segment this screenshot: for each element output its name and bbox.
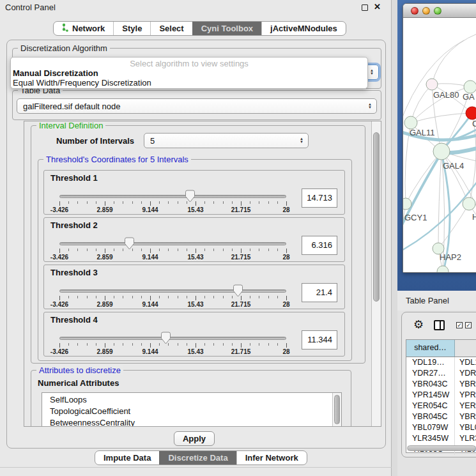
cell-shared-name[interactable]: YLR345W	[406, 433, 455, 444]
table-horizontal-scrollbar[interactable]	[407, 445, 476, 451]
slider-thumb[interactable]	[125, 237, 134, 250]
threshold-value-field[interactable]: 11.344	[302, 330, 337, 349]
top-tab-strip: NetworkStyleSelectCyni ToolboxjActiveMNo…	[53, 21, 346, 36]
network-node[interactable]	[463, 197, 475, 210]
network-node[interactable]	[426, 79, 438, 90]
cell-shared-name[interactable]: YPR145W	[406, 390, 455, 401]
combo-stepper-icon[interactable]: ▲▼	[370, 65, 374, 79]
table-row[interactable]: YBL079WYBL0	[406, 422, 476, 433]
network-node[interactable]	[437, 266, 449, 273]
split-column-icon[interactable]	[434, 320, 445, 330]
slider-tick-label: -3.426	[45, 301, 74, 308]
table-row[interactable]: YBR045CYBR0	[406, 411, 476, 422]
slider-tick-label: -3.426	[45, 206, 74, 213]
float-window-icon[interactable]	[362, 4, 368, 11]
network-canvas-svg[interactable]: GAL80GACGAL11GAL4GCY1HHAP2	[403, 18, 476, 273]
slider-track[interactable]	[59, 289, 286, 293]
slider-thumb[interactable]	[185, 190, 195, 203]
network-node[interactable]	[404, 116, 417, 129]
threshold-label: Threshold 4	[50, 315, 98, 325]
list-item[interactable]: BetweennessCentrality	[42, 417, 341, 427]
table-row[interactable]: YPR145WYPR1	[406, 390, 476, 401]
list-item[interactable]: TopologicalCoefficient	[42, 406, 341, 417]
tab-style[interactable]: Style	[113, 22, 150, 35]
network-node[interactable]	[464, 81, 476, 93]
cell-name[interactable]: YLR3	[455, 433, 476, 444]
network-node[interactable]	[433, 143, 450, 160]
gear-icon[interactable]: ⚙	[413, 318, 424, 332]
control-panel-title: Control Panel	[5, 3, 56, 12]
numerical-attributes-list[interactable]: SelfLoopsTopologicalCoefficientBetweenne…	[42, 392, 342, 427]
cell-shared-name[interactable]: YDL19…	[406, 357, 455, 368]
number-of-intervals-label: Number of Intervals	[56, 136, 134, 146]
cell-name[interactable]: YER0	[455, 401, 476, 411]
slider-tick-label: 9.144	[135, 348, 165, 355]
close-traffic-light-icon[interactable]	[411, 7, 418, 15]
table-row[interactable]: YLR345WYLR3	[406, 433, 476, 444]
combo-stepper-icon[interactable]: ▲▼	[300, 134, 303, 148]
attributes-group-title: Attributes to discretize	[36, 365, 123, 375]
column-header-shared[interactable]: shared…	[406, 340, 455, 357]
interval-definition-title: Interval Definition	[36, 121, 105, 130]
table-row[interactable]: YDL19…YDL1	[406, 357, 476, 368]
number-of-intervals-combobox[interactable]: 5 ▲▼	[144, 133, 309, 148]
list-vertical-scrollbar[interactable]	[332, 393, 341, 427]
slider-tick-label: 21.715	[226, 206, 256, 213]
dropdown-option[interactable]: Manual Discretization	[11, 68, 367, 78]
settings-vertical-scrollbar[interactable]	[371, 121, 381, 426]
cell-name[interactable]: YBL0	[455, 422, 476, 433]
cell-name[interactable]: YBR0	[455, 411, 476, 422]
tab-network[interactable]: Network	[54, 22, 113, 35]
threshold-box: Threshold 3-3.4262.8599.14415.4321.71528…	[43, 265, 345, 309]
threshold-value-field[interactable]: 14.713	[302, 188, 337, 208]
column-header-name[interactable]: na	[455, 340, 476, 357]
list-item[interactable]: SelfLoops	[42, 394, 341, 406]
threshold-value-field[interactable]: 21.4	[302, 283, 337, 302]
checkbox-checked-icon[interactable]: ✓	[456, 322, 463, 328]
dropdown-option[interactable]: Equal Width/Frequency Discretization	[11, 78, 367, 88]
network-canvas[interactable]: GAL80GACGAL11GAL4GCY1HHAP2	[403, 18, 476, 273]
tab-impute-data[interactable]: Impute Data	[95, 451, 159, 464]
cell-name[interactable]: YDR2	[455, 368, 476, 379]
checkbox-checked-icon[interactable]: ✓	[465, 322, 472, 328]
slider-track[interactable]	[59, 337, 286, 340]
network-window-titlebar[interactable]	[403, 4, 476, 18]
tab-infer-network[interactable]: Infer Network	[236, 451, 307, 464]
slider-track[interactable]	[59, 195, 286, 198]
table-row[interactable]: YER054CYER0	[406, 401, 476, 411]
cell-name[interactable]: YPR1	[455, 390, 476, 401]
table-row[interactable]: YBR043CYBR0	[406, 379, 476, 390]
table-row[interactable]: YDR27…YDR2	[406, 368, 476, 379]
cell-shared-name[interactable]: YER054C	[406, 401, 455, 411]
cell-name[interactable]: YDL1	[455, 357, 476, 368]
minimize-traffic-light-icon[interactable]	[422, 7, 430, 15]
tab-discretize-data[interactable]: Discretize Data	[159, 451, 236, 464]
close-icon[interactable]: ✕	[374, 2, 381, 12]
cell-name[interactable]: YBR0	[455, 379, 476, 390]
slider-tick-label: -3.426	[45, 254, 74, 261]
slider-thumb[interactable]	[233, 284, 243, 297]
cell-shared-name[interactable]: YBL079W	[406, 422, 455, 433]
tab-select[interactable]: Select	[150, 22, 192, 35]
tab-jactivemnodules[interactable]: jActiveMNodules	[261, 22, 346, 35]
zoom-traffic-light-icon[interactable]	[434, 7, 441, 15]
slider-tick-label: -3.426	[45, 348, 74, 355]
network-edge	[432, 29, 476, 84]
scrollbar-thumb[interactable]	[373, 132, 380, 302]
combo-stepper-icon[interactable]: ▲▼	[368, 99, 372, 113]
table-data-combobox[interactable]: galFiltered.sif default node ▲▼	[17, 98, 377, 114]
network-node[interactable]	[403, 198, 411, 210]
network-node[interactable]	[466, 107, 476, 119]
slider-tick-label: 9.144	[135, 301, 165, 308]
threshold-value-field[interactable]: 6.316	[302, 236, 337, 255]
tab-cyni-toolbox[interactable]: Cyni Toolbox	[192, 22, 261, 35]
apply-button[interactable]: Apply	[174, 431, 215, 446]
threshold-label: Threshold 1	[50, 173, 98, 183]
cell-shared-name[interactable]: YDR27…	[406, 368, 455, 379]
cell-shared-name[interactable]: YBR045C	[406, 411, 455, 422]
slider-track[interactable]	[59, 242, 286, 245]
cell-shared-name[interactable]: YBR043C	[406, 379, 455, 390]
panel-splitter[interactable]	[392, 0, 397, 476]
scrollbar-thumb[interactable]	[334, 395, 340, 424]
slider-thumb[interactable]	[161, 332, 171, 344]
